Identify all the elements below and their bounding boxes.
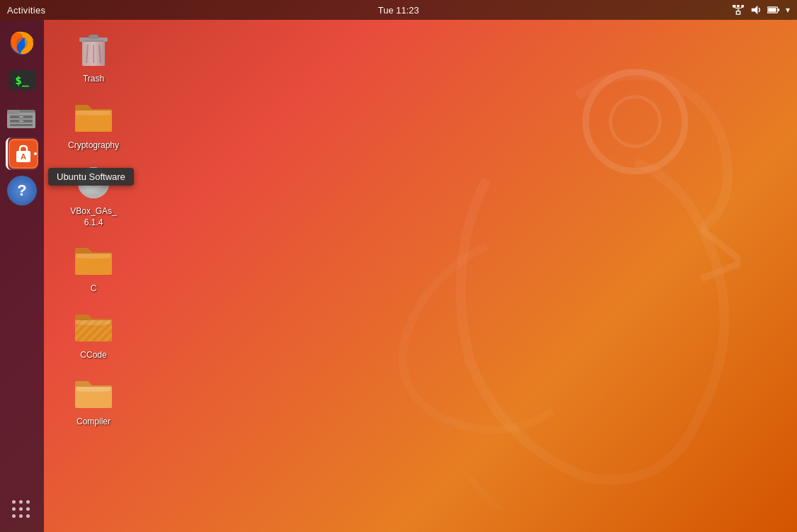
folder-compiler-svg <box>74 377 113 409</box>
cryptography-icon-img <box>73 96 114 137</box>
c-icon-img <box>73 239 114 281</box>
compiler-label: Compiler <box>77 417 111 428</box>
activities-button[interactable]: Activities <box>7 5 45 16</box>
svg-line-8 <box>738 8 742 9</box>
trash-svg <box>78 32 109 69</box>
help-icon: ? <box>7 176 37 205</box>
svg-rect-5 <box>737 5 740 8</box>
svg-text:A: A <box>21 152 26 161</box>
folder-orange-svg <box>74 101 113 133</box>
topbar-clock: Tue 11:23 <box>378 5 419 16</box>
trash-icon-img <box>73 30 114 71</box>
svg-rect-32 <box>82 40 105 66</box>
dock-item-files[interactable] <box>6 101 38 133</box>
c-label: C <box>91 283 97 295</box>
svg-rect-4 <box>733 5 735 8</box>
volume-icon[interactable] <box>750 5 762 15</box>
desktop-icons-column: Trash Cryptography <box>58 27 129 430</box>
vbox-label: VBox_GAs_ 6.1.4 <box>70 206 116 228</box>
trash-icon-desktop[interactable]: Trash <box>58 27 129 88</box>
svg-rect-11 <box>778 9 779 11</box>
dock-item-software[interactable]: A <box>6 137 38 170</box>
topbar-right: ▾ <box>732 5 790 15</box>
svg-point-14 <box>16 38 28 49</box>
trash-label: Trash <box>83 74 104 85</box>
svg-rect-6 <box>741 5 744 8</box>
desktop: Trash Cryptography <box>44 20 797 532</box>
ubuntu-software-tooltip: Ubuntu Software <box>48 168 134 186</box>
svg-rect-2 <box>736 11 740 14</box>
running-indicator <box>34 152 37 155</box>
software-bag-icon: A <box>13 144 33 164</box>
dock-item-firefox[interactable] <box>6 27 38 60</box>
dock: $_ A ? <box>0 20 44 532</box>
svg-rect-17 <box>7 110 20 114</box>
battery-icon[interactable] <box>767 6 780 14</box>
system-menu-arrow[interactable]: ▾ <box>786 5 790 15</box>
svg-rect-21 <box>19 116 23 118</box>
files-icon <box>7 104 37 130</box>
topbar: Activities Tue 11:23 ▾ <box>0 0 797 20</box>
cryptography-icon-desktop[interactable]: Cryptography <box>58 94 129 154</box>
network-icon[interactable] <box>732 5 745 15</box>
svg-line-7 <box>734 8 738 9</box>
svg-rect-20 <box>10 124 33 126</box>
svg-rect-28 <box>89 35 98 39</box>
compiler-icon-img <box>73 373 114 414</box>
svg-rect-12 <box>768 8 776 12</box>
dock-item-terminal[interactable]: $_ <box>6 64 38 96</box>
compiler-icon-desktop[interactable]: Compiler <box>58 370 129 431</box>
ccode-label: CCode <box>80 350 106 361</box>
svg-rect-22 <box>19 120 23 122</box>
topbar-left: Activities <box>7 5 45 16</box>
ccode-icon-img <box>73 306 114 347</box>
svg-marker-9 <box>752 6 758 14</box>
dock-item-help[interactable]: ? <box>6 174 38 207</box>
firefox-icon <box>8 29 36 57</box>
folder-ccode-svg <box>74 310 113 343</box>
cryptography-label: Cryptography <box>68 140 119 152</box>
tooltip-text: Ubuntu Software <box>57 171 125 182</box>
c-icon-desktop[interactable]: C <box>58 237 129 298</box>
apps-grid-icon <box>9 497 35 523</box>
folder-c-svg <box>74 244 113 276</box>
ccode-icon-desktop[interactable]: CCode <box>58 303 129 364</box>
dock-item-apps-grid[interactable] <box>6 494 38 526</box>
terminal-icon: $_ <box>9 70 35 90</box>
